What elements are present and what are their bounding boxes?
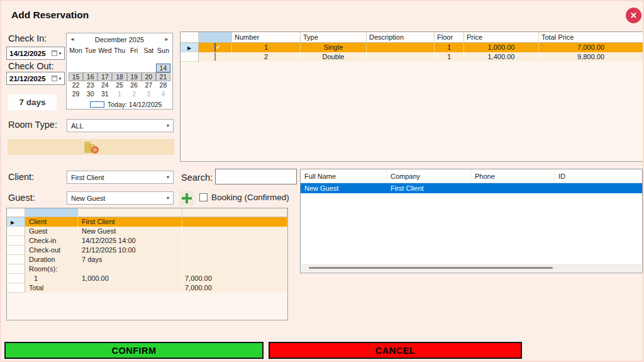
calendar-day-next-month[interactable]: 1 xyxy=(112,90,126,99)
chevron-down-icon: ▼ xyxy=(163,196,173,200)
search-input[interactable] xyxy=(215,169,297,184)
summary-value: 21/12/2025 10:00 xyxy=(78,246,182,255)
table-row[interactable]: 1 1,000.00 7,000.00 xyxy=(7,274,287,283)
calendar-day[interactable]: 27 xyxy=(142,81,156,90)
calendar-day[interactable]: 24 xyxy=(97,81,112,90)
summary-value2: 7,000.00 xyxy=(182,283,287,293)
row-selector-header xyxy=(180,32,199,43)
column-header-price[interactable]: Price xyxy=(464,32,539,43)
room-number: 1 xyxy=(232,43,301,52)
calendar-day[interactable]: 22 xyxy=(69,81,83,90)
summary-value xyxy=(78,283,182,293)
guest-label: Guest: xyxy=(8,193,35,203)
column-header-type[interactable]: Type xyxy=(301,32,367,43)
scrollbar-thumb[interactable] xyxy=(309,267,553,269)
table-row[interactable]: ▶ Client First Client xyxy=(7,217,287,227)
calendar-day-next-month[interactable]: 2 xyxy=(127,90,142,99)
row-selector xyxy=(7,264,25,274)
column-header-id[interactable]: ID xyxy=(555,169,642,183)
calendar-day[interactable]: 28 xyxy=(156,81,170,90)
guest-value: New Guest xyxy=(67,195,163,202)
column-header-description[interactable]: Description xyxy=(367,32,435,43)
cancel-button[interactable]: CANCEL xyxy=(269,342,522,359)
confirm-button[interactable]: CONFIRM xyxy=(4,342,264,359)
calendar-day[interactable]: 31 xyxy=(97,90,112,99)
column-header-floor[interactable]: Floor xyxy=(435,32,464,43)
row-selector-header xyxy=(7,208,25,217)
checkout-calendar-dropdown-icon[interactable]: ▼ xyxy=(49,72,64,84)
checkout-datepicker[interactable]: ▼ xyxy=(6,72,65,85)
column-header-company[interactable]: Company xyxy=(387,169,471,183)
day-name: Fri xyxy=(127,47,142,54)
room-checkbox-unchecked[interactable] xyxy=(214,52,216,61)
calendar-day[interactable]: 16 xyxy=(83,72,97,81)
checkin-datepicker[interactable]: ▼ xyxy=(6,47,65,60)
checkin-input[interactable] xyxy=(7,50,49,57)
today-box-icon xyxy=(90,101,104,108)
page-title: Add Reservation xyxy=(11,9,89,21)
close-button[interactable]: ✕ xyxy=(626,8,641,23)
room-number: 2 xyxy=(232,52,301,62)
price-calc-button[interactable] xyxy=(8,139,174,155)
checkbox-column-header[interactable] xyxy=(199,32,232,43)
room-checkbox-checked[interactable] xyxy=(214,43,216,52)
summary-value2 xyxy=(182,227,287,236)
calendar-day[interactable]: 29 xyxy=(69,90,83,99)
day-name: Sat xyxy=(142,47,156,54)
calendar-day[interactable]: 18 xyxy=(112,72,126,81)
calendar-day[interactable]: 19 xyxy=(127,72,142,81)
day-name: Tue xyxy=(83,47,97,54)
calendar-day-next-month[interactable]: 4 xyxy=(156,90,170,99)
calendar-day[interactable]: 17 xyxy=(97,72,112,81)
column-header-full-name[interactable]: Full Name xyxy=(301,169,387,183)
row-selector xyxy=(7,274,25,283)
row-selector xyxy=(7,227,25,236)
checkin-label: Check In: xyxy=(8,33,47,43)
room-type-combobox[interactable]: ALL ▼ xyxy=(67,119,174,132)
summary-column-header xyxy=(25,208,78,217)
table-row[interactable]: Check-in 14/12/2025 14:00 xyxy=(7,236,287,246)
horizontal-scrollbar[interactable] xyxy=(301,264,641,272)
checkout-input[interactable] xyxy=(7,75,49,82)
calendar-day[interactable]: 15 xyxy=(69,72,83,81)
column-header-number[interactable]: Number xyxy=(232,32,301,43)
booking-confirmed-checkbox[interactable]: Booking (Confirmed) xyxy=(199,193,289,202)
calendar-day-names: Mon Tue Wed Thu Fri Sat Sun xyxy=(69,45,170,55)
prev-month-icon[interactable]: ◄ xyxy=(70,36,77,43)
calendar-day[interactable]: 21 xyxy=(156,72,170,81)
room-price: 1,000.00 xyxy=(464,43,539,52)
table-row[interactable]: Duration 7 days xyxy=(7,255,287,264)
calendar-header: ◄ December 2025 ► xyxy=(67,33,172,44)
today-label: Today: 14/12/2025 xyxy=(108,101,162,108)
calendar-day[interactable]: 26 xyxy=(127,81,142,90)
current-row-arrow-icon: ▶ xyxy=(187,45,191,51)
table-row[interactable]: 2 Double 1 1,400.00 9,800.00 xyxy=(180,52,643,62)
client-combobox[interactable]: First Client ▼ xyxy=(67,171,174,184)
list-item[interactable]: New Guest First Client xyxy=(301,183,642,193)
table-row[interactable]: Total 7,000.00 xyxy=(7,283,287,293)
guest-combobox[interactable]: New Guest ▼ xyxy=(67,191,174,205)
booking-confirmed-label: Booking (Confirmed) xyxy=(211,193,289,202)
column-header-phone[interactable]: Phone xyxy=(471,169,555,183)
calendar-day[interactable]: 23 xyxy=(83,81,97,90)
summary-value2: 7,000.00 xyxy=(182,274,287,283)
chevron-down-icon: ▼ xyxy=(58,77,62,81)
room-total-price: 9,800.00 xyxy=(539,52,643,62)
guests-listview: Full Name Company Phone ID New Guest Fir… xyxy=(300,169,643,273)
checkin-calendar-dropdown-icon[interactable]: ▼ xyxy=(49,47,64,59)
calendar-day-today[interactable]: 14 xyxy=(156,64,170,72)
add-guest-button[interactable] xyxy=(179,191,194,206)
calendar-day[interactable]: 25 xyxy=(112,81,126,90)
table-row[interactable]: Check-out 21/12/2025 10:00 xyxy=(7,246,287,255)
table-row[interactable]: ▶ 1 Single 1 1,000.00 7,000.00 xyxy=(180,43,643,52)
summary-header xyxy=(7,208,287,217)
table-row[interactable]: Room(s): xyxy=(7,264,287,274)
duration-badge: 7 days xyxy=(8,94,57,110)
next-month-icon[interactable]: ► xyxy=(162,36,169,43)
calendar-day-next-month[interactable]: 3 xyxy=(142,90,156,99)
room-type: Single xyxy=(301,43,367,52)
table-row[interactable]: Guest New Guest xyxy=(7,227,287,236)
column-header-total-price[interactable]: Total Price xyxy=(539,32,643,43)
calendar-day[interactable]: 20 xyxy=(142,72,156,81)
calendar-day[interactable]: 30 xyxy=(83,90,97,99)
